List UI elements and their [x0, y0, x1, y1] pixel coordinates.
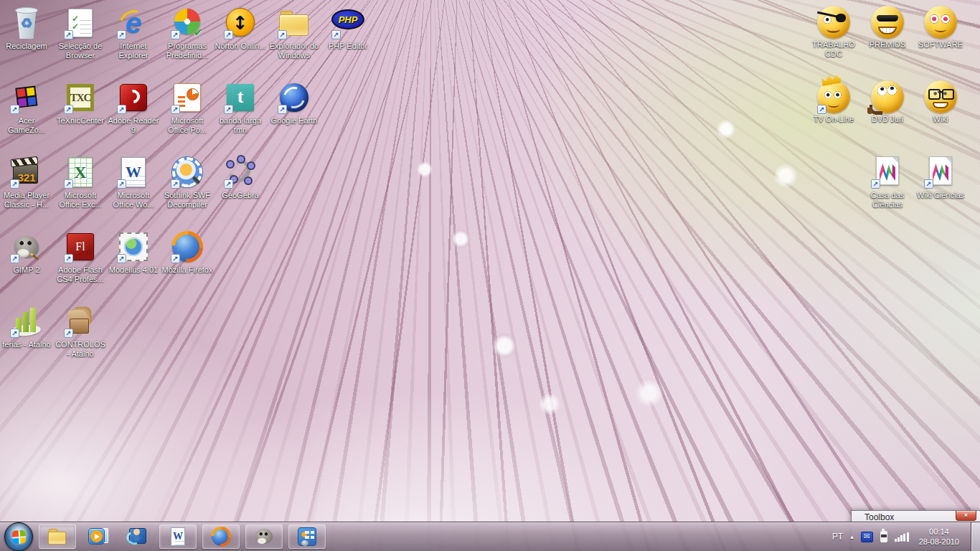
- shortcut-arrow-icon: ↗: [64, 30, 73, 39]
- icon-label: Modellus 4.01: [108, 265, 159, 275]
- desktop-icon-google-earth[interactable]: ↗Google Earth: [268, 80, 320, 126]
- shortcut-arrow-icon: ↗: [224, 30, 233, 39]
- messenger-taskbar-button[interactable]: [121, 524, 154, 549]
- taskbar-buttons: W: [36, 522, 329, 551]
- smiley-love-icon: [924, 6, 957, 39]
- desktop-icon-mozilla-firefox[interactable]: ↗Mozilla Firefox: [161, 230, 213, 275]
- desktop-icon-geogebra[interactable]: ↗GeoGebra: [215, 155, 266, 200]
- desktop-icon-programas-predefinid[interactable]: ✔↗Programas Predefinid...: [161, 6, 213, 60]
- desktop-icon-sothink-swf-decompiler[interactable]: ↗Sothink SWF Decompiler: [161, 155, 213, 209]
- shortcut-arrow-icon: ↗: [117, 105, 126, 114]
- desktop-icon-modellus-4-01[interactable]: ↗Modellus 4.01: [108, 230, 159, 275]
- desktop-icon-wiki-ci-ncias[interactable]: ↗Wiki Ciências: [915, 155, 966, 200]
- mozilla-firefox-taskbar-button[interactable]: [202, 524, 240, 549]
- desktop-icon-adobe-reader-9[interactable]: ↗Adobe Reader 9: [108, 80, 159, 135]
- desktop-icon-acer-gamezo[interactable]: ↗Acer GameZo...: [1, 80, 52, 135]
- smiley-pipe-icon: [871, 80, 904, 113]
- start-button[interactable]: [4, 522, 33, 551]
- gimp-taskbar-button[interactable]: [245, 524, 283, 549]
- language-indicator[interactable]: PT: [832, 532, 843, 542]
- icon-label: Programas Predefinid...: [161, 42, 213, 60]
- smiley-pirate-icon: [817, 6, 850, 39]
- icon-label: Microsoft Office Po...: [161, 116, 213, 135]
- windows-media-player-taskbar-button[interactable]: [82, 524, 115, 549]
- desktop-icon-adobe-flash-cs4-profes[interactable]: Fl↗Adobe Flash CS4 Profes...: [55, 230, 106, 284]
- shortcut-arrow-icon: ↗: [10, 105, 19, 114]
- desktop-icon-casa-das-ci-ncias[interactable]: ↗Casa das Ciências: [862, 155, 913, 209]
- desktop-icon-texniccenter[interactable]: TXC↗TeXnicCenter: [55, 80, 106, 126]
- icon-label: Norton Onlin...: [215, 42, 266, 51]
- icon-label: Internet Explorer: [108, 42, 159, 60]
- desktop-icon-reciclagem[interactable]: ♻Reciclagem: [1, 6, 52, 51]
- icon-label: Media Player Classic - H...: [1, 191, 52, 209]
- clock-date: 28-08-2010: [919, 537, 959, 547]
- icon-label: TV On-Line: [808, 115, 859, 124]
- smiley-glasses-icon: [924, 80, 957, 113]
- shortcut-arrow-icon: ↗: [224, 105, 233, 114]
- shortcut-arrow-icon: ↗: [171, 105, 180, 114]
- desktop-icon-norton-onlin[interactable]: ↕↗Norton Onlin...: [215, 6, 266, 51]
- show-desktop-button[interactable]: [971, 522, 980, 551]
- icon-label: Casa das Ciências: [862, 191, 913, 209]
- desktop-icon-php-editor[interactable]: PHP↗PHP Editor: [322, 6, 374, 51]
- desktop-icon-microsoft-office-wo[interactable]: W↗Microsoft Office Wo...: [108, 155, 159, 209]
- desktop-icon-internet-explorer[interactable]: e↗Internet Explorer: [108, 6, 159, 60]
- desktop: ♻Reciclagem✓ ✓↗Selecção de Browsere↗Inte…: [0, 0, 980, 551]
- toolbox-title: Toolbox: [864, 512, 894, 522]
- shortcut-arrow-icon: ↗: [64, 105, 73, 114]
- hidden-icons-chevron-icon[interactable]: ▴: [850, 533, 854, 540]
- icon-label: CONTROLOS - Atalho: [55, 340, 106, 359]
- icon-label: Microsoft Office Exc...: [55, 191, 106, 209]
- icon-label: TRABALHO CDC: [808, 40, 859, 59]
- microsoft-word-taskbar-button[interactable]: W: [159, 524, 197, 549]
- windows-explorer-taskbar-button[interactable]: [39, 524, 76, 549]
- shortcut-arrow-icon: ↗: [117, 254, 126, 263]
- desktop-icon-tv-on-line[interactable]: ↗TV On-Line: [808, 80, 859, 124]
- desktop-icon-microsoft-office-po[interactable]: ↗Microsoft Office Po...: [161, 80, 213, 135]
- shortcut-arrow-icon: ↗: [10, 329, 19, 338]
- shortcut-arrow-icon: ↗: [171, 254, 180, 263]
- messenger-icon: [126, 526, 148, 547]
- messenger-tray-icon[interactable]: ✉: [861, 532, 873, 542]
- desktop-icon-pr-mios[interactable]: PRÉMIOS: [862, 6, 913, 50]
- desktop-icon-gimp-2[interactable]: ↗GIMP 2: [1, 230, 52, 275]
- presenter-app-taskbar-button[interactable]: [288, 524, 326, 549]
- desktop-icon-dvd-juri[interactable]: DVD Juri: [862, 80, 913, 124]
- taskbar: W PT ▴ ✉ 00:14 28-08-2010: [0, 522, 980, 551]
- icon-label: Mozilla Firefox: [161, 265, 213, 275]
- shortcut-arrow-icon: ↗: [171, 179, 180, 189]
- microsoft-word-icon: W: [167, 526, 189, 547]
- network-signal-icon[interactable]: [895, 532, 909, 542]
- desktop-icon-trabalho-cdc[interactable]: TRABALHO CDC: [808, 6, 859, 59]
- desktop-icon-software[interactable]: SOFTWARE: [915, 6, 966, 50]
- shortcut-arrow-icon: ↗: [871, 179, 880, 189]
- icon-label: Wiki: [915, 115, 966, 124]
- smiley-cool-icon: [871, 6, 904, 39]
- desktop-icon-selec-o-de-browser[interactable]: ✓ ✓↗Selecção de Browser: [55, 6, 106, 60]
- icon-label: PRÉMIOS: [862, 40, 913, 50]
- clock[interactable]: 00:14 28-08-2010: [919, 527, 959, 547]
- clock-time: 00:14: [919, 527, 959, 537]
- icon-label: ferias - Atalho: [1, 340, 52, 349]
- icon-label: GeoGebra: [215, 191, 266, 200]
- close-icon[interactable]: ×: [956, 511, 976, 521]
- shortcut-arrow-icon: ↗: [64, 329, 73, 338]
- shortcut-arrow-icon: ↗: [278, 30, 287, 39]
- desktop-icon-wiki[interactable]: Wiki: [915, 80, 966, 124]
- shortcut-arrow-icon: ↗: [64, 254, 73, 263]
- desktop-icon-explorador-do-windows[interactable]: ↗Explorador do Windows: [268, 6, 320, 60]
- shortcut-arrow-icon: ↗: [64, 179, 73, 189]
- mozilla-firefox-icon: [210, 526, 232, 547]
- desktop-icon-media-player-classic-h[interactable]: 321↗Media Player Classic - H...: [1, 155, 52, 209]
- shortcut-arrow-icon: ↗: [817, 105, 826, 114]
- shortcut-arrow-icon: ↗: [924, 179, 933, 189]
- desktop-icon-banda-larga-tmn[interactable]: t↗banda larga tmn: [215, 80, 266, 135]
- desktop-icon-microsoft-office-exc[interactable]: X↗Microsoft Office Exc...: [55, 155, 106, 209]
- desktop-icon-ferias-atalho[interactable]: ↗ferias - Atalho: [1, 304, 52, 349]
- shortcut-arrow-icon: ↗: [117, 30, 126, 39]
- icon-label: Acer GameZo...: [1, 116, 52, 135]
- windows-logo-icon: [11, 529, 26, 545]
- desktop-icon-controlos-atalho[interactable]: ↗CONTROLOS - Atalho: [55, 304, 106, 359]
- shortcut-arrow-icon: ↗: [10, 254, 19, 263]
- battery-icon[interactable]: [880, 531, 887, 542]
